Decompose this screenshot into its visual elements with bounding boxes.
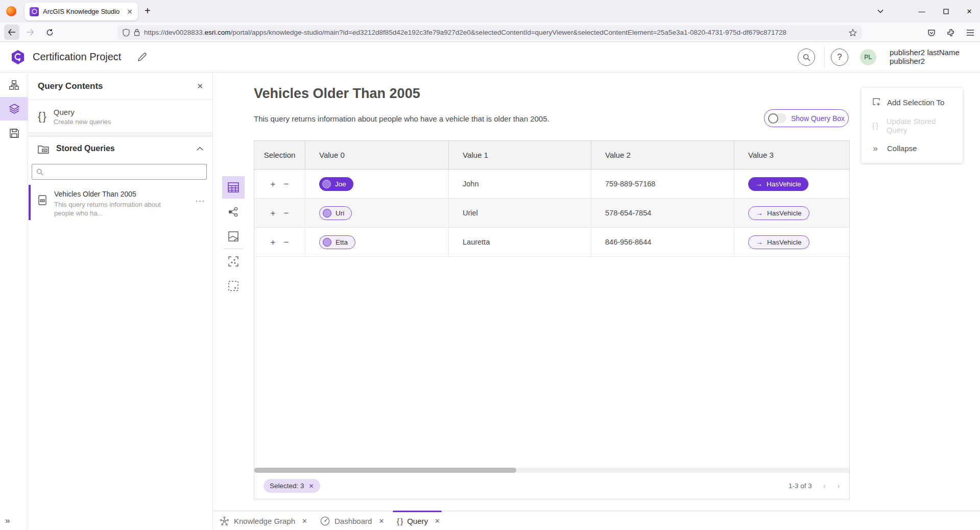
entity-pill[interactable]: Joe (319, 177, 353, 191)
forward-button[interactable] (22, 25, 38, 40)
page-previous-icon[interactable]: ‹ (823, 481, 826, 491)
window-minimize-button[interactable]: — (916, 5, 928, 17)
tab-knowledge-graph[interactable]: Knowledge Graph ✕ (220, 511, 307, 530)
avatar[interactable]: PL (860, 49, 876, 65)
app-window: ArcGIS Knowledge Studio ✕ + — ✕ https://… (0, 0, 980, 530)
entity-node-icon (323, 209, 331, 218)
list-tabs-chevron-icon[interactable] (874, 5, 887, 17)
box-select-icon[interactable] (222, 275, 245, 297)
stored-queries-search[interactable] (32, 164, 207, 180)
browser-tab[interactable]: ArcGIS Knowledge Studio ✕ (25, 3, 138, 20)
help-button[interactable]: ? (831, 49, 848, 66)
project-title: Certification Project (33, 51, 121, 63)
tab-query[interactable]: { } Query ✕ (397, 511, 440, 530)
stored-query-doc-icon (38, 195, 47, 205)
collapse-section-chevron-icon[interactable] (197, 147, 203, 151)
bookmark-star-icon[interactable] (849, 29, 857, 36)
add-selection-icon[interactable]: + (271, 238, 276, 247)
tab-close-icon[interactable]: ✕ (127, 8, 133, 15)
browser-tab-bar: ArcGIS Knowledge Studio ✕ + — ✕ (0, 0, 980, 22)
relationship-pill[interactable]: →HasVehicle (748, 177, 808, 191)
page-title: Vehicles Older Than 2005 (254, 86, 420, 102)
user-name: publisher2 lastName publisher2 (890, 48, 960, 65)
query-contents-panel: Query Contents ✕ { } Query Create new qu… (29, 73, 213, 530)
double-chevron-icon: » (870, 143, 880, 154)
show-query-box-toggle[interactable]: Show Query Box (764, 109, 849, 127)
stored-queries-header[interactable]: Stored Queries (29, 137, 212, 160)
search-input[interactable] (47, 168, 202, 176)
panel-title: Query Contents (38, 81, 197, 91)
knowledge-graph-rail-icon[interactable] (0, 73, 28, 97)
braces-icon: { } (397, 517, 402, 525)
url-text: https://dev0028833.esri.com/portal/apps/… (144, 29, 845, 36)
remove-selection-icon[interactable]: − (284, 209, 289, 218)
add-selection-icon[interactable]: + (271, 209, 276, 218)
cell-value: 846-956-8644 (591, 228, 734, 256)
tracking-shield-icon[interactable] (123, 29, 130, 37)
tab-close-icon[interactable]: ✕ (302, 517, 307, 525)
entity-node-icon (322, 180, 331, 188)
dashboard-gauge-icon (320, 516, 330, 526)
arrow-right-icon: → (755, 180, 762, 188)
arcgis-favicon-icon (30, 7, 39, 16)
menu-item-collapse[interactable]: » Collapse (862, 137, 963, 160)
remove-selection-icon[interactable]: − (284, 180, 289, 188)
relationship-pill[interactable]: →HasVehicle (748, 206, 809, 220)
window-close-button[interactable]: ✕ (963, 5, 975, 17)
lock-icon[interactable] (134, 29, 140, 36)
table-row[interactable]: + − Etta Lauretta 846-956-8644 →HasVehic… (254, 228, 849, 257)
url-bar[interactable]: https://dev0028833.esri.com/portal/apps/… (117, 25, 862, 40)
tab-close-icon[interactable]: ✕ (378, 517, 384, 525)
edit-title-icon[interactable] (137, 52, 148, 63)
chart-selection-icon[interactable] (222, 250, 245, 273)
table-row[interactable]: + − Joe John 759-889-57168 →HasVehicle (254, 170, 849, 199)
search-button[interactable] (798, 49, 815, 66)
reload-button[interactable] (42, 25, 57, 40)
window-maximize-button[interactable] (940, 5, 952, 17)
panel-header: Query Contents ✕ (29, 73, 212, 100)
entity-node-icon (323, 238, 331, 247)
link-chart-icon[interactable] (222, 201, 245, 223)
remove-selection-icon[interactable]: − (284, 238, 289, 247)
new-tab-button[interactable]: + (145, 6, 151, 16)
column-header: Value 1 (449, 141, 591, 169)
scrollbar-thumb[interactable] (254, 468, 516, 473)
tab-dashboard[interactable]: Dashboard ✕ (320, 511, 384, 530)
menu-item-update-stored-query[interactable]: { } Update Stored Query (862, 114, 963, 137)
table-row[interactable]: + − Uri Uriel 578-654-7854 →HasVehicle (254, 199, 849, 228)
stored-query-more-icon[interactable]: ··· (195, 196, 205, 206)
pocket-save-icon[interactable] (925, 26, 938, 39)
horizontal-scrollbar[interactable] (254, 468, 849, 473)
page-next-icon[interactable]: › (837, 481, 840, 491)
active-tab-indicator (393, 511, 442, 512)
arrow-right-icon: → (756, 209, 763, 217)
save-rail-icon[interactable] (0, 122, 28, 145)
relationship-pill[interactable]: →HasVehicle (748, 235, 809, 249)
table-header-row: Selection Value 0 Value 1 Value 2 Value … (254, 141, 849, 170)
view-tab-bar: Knowledge Graph ✕ Dashboard ✕ { } Query … (213, 511, 980, 530)
add-selection-icon[interactable]: + (271, 180, 276, 188)
clear-selection-icon[interactable]: ✕ (309, 483, 314, 490)
extensions-icon[interactable] (944, 26, 958, 39)
menu-item-add-selection-to[interactable]: Add Selection To (862, 91, 963, 114)
map-view-icon[interactable] (222, 225, 245, 248)
entity-pill[interactable]: Etta (319, 235, 355, 249)
selected-count-chip[interactable]: Selected: 3 ✕ (264, 479, 320, 493)
stored-query-title: Vehicles Older Than 2005 (54, 190, 161, 198)
toggle-switch[interactable] (768, 113, 786, 123)
back-button[interactable] (4, 25, 19, 40)
menu-hamburger-icon[interactable] (964, 26, 977, 39)
table-view-icon[interactable] (222, 176, 245, 199)
stored-queries-title: Stored Queries (56, 144, 189, 153)
tab-close-icon[interactable]: ✕ (435, 517, 440, 525)
entity-pill[interactable]: Uri (319, 206, 352, 220)
panel-close-icon[interactable]: ✕ (197, 82, 203, 91)
new-query-item[interactable]: { } Query Create new queries (29, 101, 212, 133)
query-item-title: Query (54, 108, 111, 116)
contents-rail-icon[interactable] (0, 97, 28, 121)
stored-query-description: This query returns information about peo… (54, 200, 161, 218)
stored-query-item[interactable]: Vehicles Older Than 2005 This query retu… (29, 185, 212, 220)
expand-rail-icon[interactable]: » (5, 516, 10, 526)
cell-value: 578-654-7854 (591, 199, 734, 227)
firefox-icon[interactable] (6, 6, 16, 16)
